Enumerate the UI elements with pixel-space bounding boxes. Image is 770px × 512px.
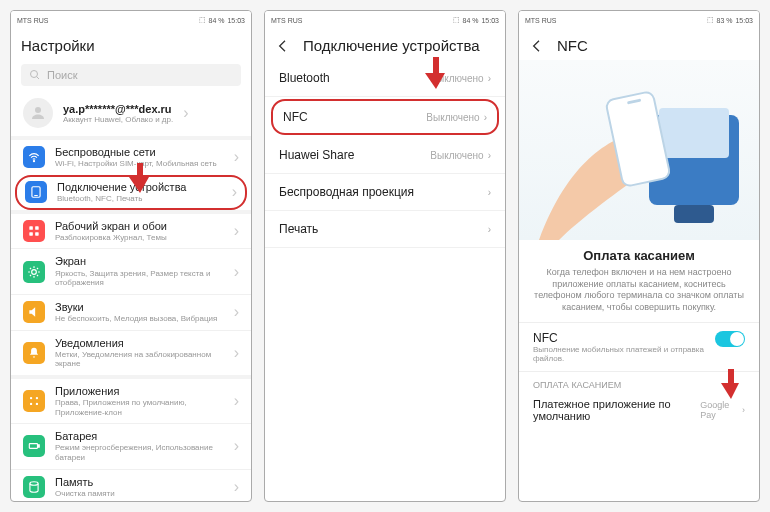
svg-point-2	[35, 107, 41, 113]
avatar	[23, 98, 53, 128]
row-home-wallpaper[interactable]: Рабочий экран и обоиРазблокировка Журнал…	[11, 210, 251, 249]
svg-rect-9	[35, 232, 39, 236]
chevron-right-icon: ›	[234, 478, 239, 496]
svg-rect-16	[38, 445, 39, 447]
svg-rect-15	[29, 444, 37, 449]
chevron-right-icon: ›	[234, 437, 239, 455]
header: Подключение устройства	[265, 29, 505, 60]
row-battery[interactable]: БатареяРежим энергосбережения, Использов…	[11, 423, 251, 468]
row-sounds[interactable]: ЗвукиНе беспокоить, Мелодия вызова, Вибр…	[11, 294, 251, 330]
row-storage[interactable]: ПамятьОчистка памяти ›	[11, 469, 251, 501]
svg-point-14	[36, 403, 38, 405]
chevron-right-icon: ›	[232, 183, 237, 201]
svg-rect-6	[29, 226, 32, 230]
red-arrow-icon	[129, 163, 151, 193]
chevron-right-icon: ›	[234, 263, 239, 281]
phone-screen-settings: MTS RUS ⬚84 %15:03 Настройки Поиск ya.p*…	[10, 10, 252, 502]
svg-point-10	[32, 269, 37, 274]
chevron-right-icon: ›	[234, 392, 239, 410]
wifi-icon	[23, 146, 45, 168]
row-display[interactable]: ЭкранЯркость, Защита зрения, Размер текс…	[11, 248, 251, 293]
display-icon	[23, 261, 45, 283]
page-title: Настройки	[21, 37, 95, 54]
chevron-right-icon: ›	[234, 222, 239, 240]
storage-icon	[23, 476, 45, 498]
apps-icon	[23, 390, 45, 412]
pay-description: Когда телефон включен и на нем настроено…	[519, 267, 759, 322]
chevron-right-icon: ›	[488, 73, 491, 84]
chevron-right-icon: ›	[742, 405, 745, 415]
home-icon	[23, 220, 45, 242]
row-print[interactable]: Печать ›	[265, 211, 505, 248]
back-button[interactable]	[275, 38, 291, 54]
search-icon	[29, 69, 41, 81]
svg-rect-20	[674, 205, 714, 223]
search-input[interactable]: Поиск	[21, 64, 241, 86]
chevron-right-icon: ›	[234, 148, 239, 166]
row-huawei-share[interactable]: Huawei Share Выключено›	[265, 137, 505, 174]
chevron-right-icon: ›	[488, 224, 491, 235]
svg-point-17	[30, 482, 38, 486]
nfc-toggle-row: NFC Выполнение мобильных платежей и отпр…	[519, 322, 759, 371]
sound-icon	[23, 301, 45, 323]
chevron-right-icon: ›	[488, 150, 491, 161]
nfc-toggle[interactable]	[715, 331, 745, 347]
back-button[interactable]	[529, 38, 545, 54]
chevron-right-icon: ›	[183, 104, 188, 122]
header: Настройки	[11, 29, 251, 60]
bell-icon	[23, 342, 45, 364]
svg-point-12	[36, 397, 38, 399]
device-icon	[25, 181, 47, 203]
settings-list: Беспроводные сетиWi-Fi, Настройки SIM-ка…	[11, 136, 251, 501]
pay-title: Оплата касанием	[519, 240, 759, 267]
connection-list: Bluetooth Выключено› NFC Выключено› Huaw…	[265, 60, 505, 501]
red-arrow-icon	[425, 57, 447, 89]
svg-point-3	[33, 161, 34, 162]
svg-point-13	[30, 403, 32, 405]
svg-line-1	[37, 77, 40, 80]
header: NFC	[519, 29, 759, 60]
status-bar: MTS RUS ⬚84 %15:03	[11, 11, 251, 29]
row-bluetooth[interactable]: Bluetooth Выключено›	[265, 60, 505, 97]
phone-screen-device-connection: MTS RUS ⬚84 %15:03 Подключение устройств…	[264, 10, 506, 502]
battery-icon	[23, 435, 45, 457]
svg-rect-8	[29, 232, 32, 236]
page-title: NFC	[557, 37, 588, 54]
red-arrow-icon	[721, 369, 741, 399]
chevron-right-icon: ›	[484, 112, 487, 123]
svg-point-11	[30, 397, 32, 399]
status-bar: MTS RUS ⬚83 %15:03	[519, 11, 759, 29]
svg-point-0	[31, 71, 38, 78]
chevron-right-icon: ›	[488, 187, 491, 198]
chevron-right-icon: ›	[234, 303, 239, 321]
svg-rect-7	[35, 226, 39, 230]
row-apps[interactable]: ПриложенияПрава, Приложения по умолчанию…	[11, 375, 251, 423]
chevron-right-icon: ›	[234, 344, 239, 362]
status-bar: MTS RUS ⬚84 %15:03	[265, 11, 505, 29]
phone-screen-nfc: MTS RUS ⬚83 %15:03 NFC Оплата касанием К…	[518, 10, 760, 502]
account-row[interactable]: ya.p*******@***dex.ru Аккаунт Huawei, Об…	[11, 90, 251, 136]
row-notifications[interactable]: УведомленияМетки, Уведомления на заблоки…	[11, 330, 251, 375]
row-nfc[interactable]: NFC Выключено›	[271, 99, 499, 135]
nfc-illustration	[519, 60, 759, 240]
page-title: Подключение устройства	[303, 37, 480, 54]
row-wireless-projection[interactable]: Беспроводная проекция ›	[265, 174, 505, 211]
svg-rect-19	[659, 108, 729, 158]
